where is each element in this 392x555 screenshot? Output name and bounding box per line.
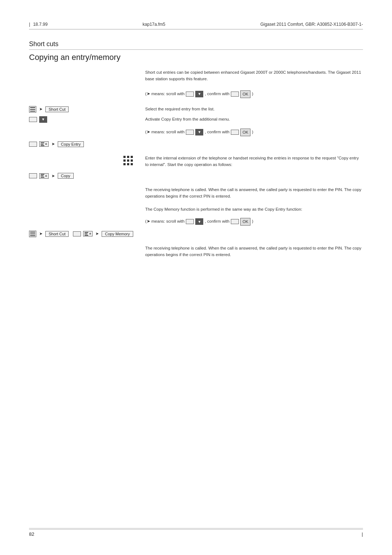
header-right: Gigaset 2011 Comfort, GBR: A30852-X1106-… — [260, 22, 363, 27]
ok-button-2[interactable]: OK — [240, 129, 250, 136]
scroll-box — [186, 92, 194, 97]
step4-right: Enter the internal extension of the tele… — [145, 155, 363, 168]
step2-arrow-left: ▼ — [29, 116, 145, 123]
section-title: Short cuts — [29, 40, 363, 50]
list-lines — [41, 142, 44, 146]
confirm-box-2 — [231, 130, 239, 135]
arrow-8b: ➤ — [95, 231, 99, 236]
scroll-box-2 — [186, 130, 194, 135]
down-arrow-btn-2[interactable]: ▼ — [195, 129, 203, 135]
step7-row: The Copy Memory function is performed in… — [29, 206, 363, 213]
step1-right: Select the required entry from the list. — [145, 106, 363, 113]
arrow-8a: ➤ — [39, 231, 42, 236]
step9-text: The receiving telephone is called. When … — [145, 245, 363, 258]
header-left: 18.7.99 — [29, 22, 48, 27]
down-arrow-btn[interactable]: ▼ — [195, 91, 203, 97]
step3-left: + ➤ Copy Entry — [29, 141, 145, 147]
confirm-box-3 — [231, 219, 239, 224]
copy-entry-label: Copy Entry — [58, 141, 84, 147]
ok-button[interactable]: OK — [240, 90, 250, 98]
footer-right-bar: | — [362, 531, 363, 537]
list-lines-2 — [41, 174, 44, 178]
step4-row: Enter the internal extension of the tele… — [29, 155, 363, 168]
step9-row: The receiving telephone is called. When … — [29, 245, 363, 258]
step5-scroll-box — [29, 173, 37, 178]
step2-scroll-box — [29, 117, 37, 122]
step6-text: The receiving telephone is called. When … — [145, 187, 363, 200]
step1-left: ➤ Short Cut — [29, 106, 145, 113]
step3-row: + ➤ Copy Entry — [29, 141, 363, 147]
copy-memory-label: Copy Memory — [102, 231, 133, 237]
ok-button-3[interactable]: OK — [240, 218, 250, 226]
scroll-note-2: (➤ means: scroll with ▼ , confirm with O… — [145, 129, 363, 136]
list-lines-3 — [85, 232, 88, 236]
subsection-title: Copying an entry/memory — [29, 53, 363, 62]
list-plus-icon: + — [39, 141, 49, 147]
list-plus-icon-3: + — [83, 231, 93, 236]
arrow-3: ➤ — [52, 142, 55, 146]
down-arrow-btn-3[interactable]: ▼ — [195, 218, 203, 225]
header-date: 18.7.99 — [33, 22, 48, 27]
scroll-note-1-text: (➤ means: scroll with — [145, 91, 184, 97]
arrow-5: ➤ — [52, 174, 55, 178]
scroll-note-3-row: (➤ means: scroll with ▼ , confirm with O… — [29, 218, 363, 226]
shortcut-label-1: Short Cut — [45, 106, 69, 112]
intro-text: Short cut entries can be copied between … — [145, 69, 363, 82]
plus-sign-2: + — [45, 174, 47, 178]
step2-down-arrow[interactable]: ▼ — [39, 116, 47, 123]
step2-arrow-row: ▼ Activate Copy Entry from the additiona… — [29, 116, 363, 123]
content-area: Short cut entries can be copied between … — [29, 69, 363, 262]
footer-left: 82 | — [29, 528, 363, 537]
step3-scroll-box — [29, 142, 37, 147]
list-plus-icon-2: + — [39, 173, 49, 179]
step1-row: ➤ Short Cut Select the required entry fr… — [29, 106, 363, 113]
page-header: 18.7.99 kap17a.fm5 Gigaset 2011 Comfort,… — [29, 22, 363, 29]
step7-text: The Copy Memory function is performed in… — [145, 206, 363, 213]
page: 18.7.99 kap17a.fm5 Gigaset 2011 Comfort,… — [0, 0, 392, 555]
scroll-note-3: (➤ means: scroll with ▼ , confirm with O… — [145, 218, 363, 226]
copy-label: Copy — [58, 173, 74, 179]
step6-row: The receiving telephone is called. When … — [29, 187, 363, 200]
step5-row: + ➤ Copy — [29, 173, 363, 179]
page-footer: 82 | — [29, 528, 363, 537]
scroll-box-3 — [186, 219, 194, 224]
step2-right: Activate Copy Entry from the additional … — [145, 116, 363, 123]
arrow-1: ➤ — [39, 107, 42, 112]
header-center: kap17a.fm5 — [143, 22, 166, 27]
plus-sign: + — [45, 142, 47, 146]
scroll-note-1-row: (➤ means: scroll with ▼ , confirm with O… — [29, 90, 363, 98]
keypad-icon — [123, 156, 134, 166]
step8-row: ➤ Short Cut + ➤ Copy Memory — [29, 231, 363, 237]
confirm-box — [231, 92, 239, 97]
menu-icon-1 — [29, 106, 36, 113]
step8-scroll-box — [73, 231, 81, 236]
step4-left — [29, 155, 145, 167]
shortcut-label-2: Short Cut — [45, 231, 69, 237]
intro-block: Short cut entries can be copied between … — [29, 69, 363, 82]
scroll-note-1: (➤ means: scroll with ▼ , confirm with O… — [145, 90, 363, 98]
menu-icon-2 — [29, 231, 36, 237]
plus-sign-3: + — [89, 232, 91, 236]
scroll-note-2-row: (➤ means: scroll with ▼ , confirm with O… — [29, 129, 363, 136]
step8-left: ➤ Short Cut + ➤ Copy Memory — [29, 231, 145, 237]
step5-left: + ➤ Copy — [29, 173, 145, 179]
page-number: 82 — [29, 531, 34, 537]
